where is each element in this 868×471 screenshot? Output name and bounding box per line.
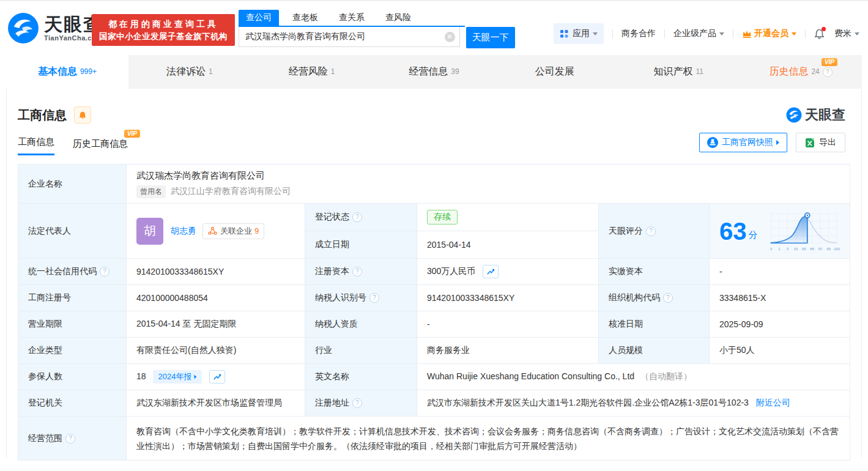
related-companies-badge[interactable]: 关联企业 9 — [202, 223, 264, 239]
table-row: 经营范围? 教育咨询（不含中小学文化类教育培训）；教学软件开发；计算机信息技术开… — [18, 417, 850, 461]
organization-code: 33348615-X — [719, 293, 766, 303]
taxpayer-id: 9142010033348615XY — [427, 293, 514, 303]
field-label: 天眼评分 — [609, 226, 643, 236]
help-icon[interactable]: ? — [65, 434, 75, 443]
promo-banner: 都在用的商业查询工具 国家中小企业发展子基金旗下机构 — [92, 14, 235, 46]
capital-trend-chart-icon[interactable] — [483, 265, 499, 278]
svg-text:99: 99 — [826, 247, 831, 250]
site-header: 天眼查 TianYanCha.com 都在用的商业查询工具 国家中小企业发展子基… — [0, 0, 868, 55]
business-scope: 教育咨询（不含中小学文化类教育培训）；教学软件开发；计算机信息技术开发、技术咨询… — [136, 424, 840, 453]
field-label: 注册地址 — [315, 398, 349, 407]
search-tab-company[interactable]: 查公司 — [239, 10, 279, 26]
svg-text:0: 0 — [770, 247, 772, 250]
approval-date: 2025-09-09 — [719, 319, 763, 329]
tab-basic-info[interactable]: 基本信息999+ — [6, 55, 128, 89]
svg-text:85: 85 — [810, 247, 814, 250]
taxpayer-quality: - — [427, 319, 430, 329]
table-row: 法定代表人 胡 胡志勇 关联企业 — [18, 204, 850, 231]
field-label: 实缴资本 — [609, 266, 643, 276]
chevron-down-icon — [855, 32, 859, 35]
field-label: 统一社会信用代码 — [28, 266, 97, 276]
former-name: 武汉江山学府教育咨询有限公司 — [171, 186, 291, 197]
auto-translate-note: （自动翻译） — [640, 371, 692, 381]
nearby-companies-link[interactable]: 附近公司 — [756, 398, 790, 407]
tab-operating-risk[interactable]: 经营风险1 — [251, 55, 373, 89]
notification-bell-icon[interactable] — [814, 29, 825, 39]
business-term: 2015-04-14 至 无固定期限 — [136, 319, 236, 328]
watermark-logo: 天眼查 — [786, 106, 845, 124]
registered-address: 武汉市东湖新技术开发区关山大道1号1.2期光谷软件园.企业公馆A2栋1-3层01… — [427, 398, 749, 407]
insured-trend-chart-icon[interactable] — [209, 370, 225, 384]
search-tab-risk[interactable]: 查风险 — [378, 10, 418, 26]
search-button[interactable]: 天眼一下 — [466, 27, 515, 48]
svg-text:50: 50 — [801, 247, 806, 250]
chevron-right-icon — [776, 140, 779, 145]
table-row: 营业期限 2015-04-14 至 无固定期限 纳税人资质 - 核准日期 202… — [18, 311, 850, 338]
business-info-section: 工商信息 天眼查 工商信息 历史工商信息 V — [6, 89, 862, 458]
field-label: 核准日期 — [609, 319, 643, 328]
nav-user[interactable]: 费米 — [834, 28, 859, 39]
divider — [612, 29, 613, 39]
table-row: 登记机关 武汉东湖新技术开发区市场监督管理局 注册地址? 武汉市东湖新技术开发区… — [18, 390, 850, 417]
subtab-history-business-info[interactable]: 历史工商信息 VIP — [73, 138, 128, 155]
help-icon[interactable]: ? — [352, 398, 362, 408]
main-tabbar: 基本信息999+ 法律诉讼1 经营风险1 经营信息39 公司发展 知识产权11 … — [6, 55, 862, 89]
establish-date: 2015-04-14 — [427, 240, 471, 250]
english-name: Wuhan Ruijie Xueshang Education Consulti… — [427, 371, 634, 381]
field-label: 纳税人识别号 — [315, 292, 366, 302]
notification-dot — [822, 27, 826, 31]
help-icon[interactable]: ? — [352, 267, 362, 276]
tab-legal-proceedings[interactable]: 法律诉讼1 — [128, 55, 251, 89]
official-snapshot-button[interactable]: 工商官网快照 — [699, 133, 787, 152]
nav-enterprise-products[interactable]: 企业级产品 — [673, 28, 724, 39]
help-icon[interactable]: ? — [646, 226, 656, 236]
header-nav: 应用 商务合作 企业级产品 开通会员 费米 — [554, 23, 859, 44]
legal-representative-link[interactable]: 胡志勇 — [171, 226, 196, 237]
tab-intellectual-property[interactable]: 知识产权11 — [617, 55, 740, 89]
subscribe-bell-icon[interactable] — [74, 106, 91, 124]
clear-search-icon[interactable]: ✕ — [445, 32, 455, 42]
tianyancha-logo[interactable]: 天眼查 TianYanCha.com — [7, 12, 103, 44]
former-name-badge: 曾用名 — [136, 185, 166, 198]
tab-history-info[interactable]: VIP 历史信息24 ? — [740, 55, 862, 89]
apps-grid-icon — [560, 29, 569, 39]
company-name: 武汉瑞杰学尚教育咨询有限公司 — [136, 170, 840, 182]
field-label: 登记机关 — [28, 398, 62, 407]
help-icon[interactable]: ? — [663, 293, 673, 303]
export-button[interactable]: 导出 — [796, 133, 845, 152]
annual-report-badge[interactable]: 2024年报 — [153, 370, 202, 384]
network-icon — [208, 226, 217, 236]
help-icon[interactable]: ? — [369, 293, 379, 303]
uscc-value: 9142010033348615XY — [136, 267, 224, 276]
svg-text:1: 1 — [778, 247, 781, 250]
excel-icon — [805, 138, 815, 148]
help-icon[interactable]: ? — [352, 212, 362, 222]
field-label: 营业期限 — [28, 319, 62, 328]
tab-company-development[interactable]: 公司发展 — [495, 55, 617, 89]
avatar[interactable]: 胡 — [136, 218, 163, 245]
search-input[interactable] — [239, 27, 460, 47]
tianyan-score-value: 63 — [719, 219, 747, 243]
company-type: 有限责任公司(自然人独资) — [136, 345, 236, 355]
stamp-icon — [707, 137, 718, 148]
registered-capital: 300万人民币 — [427, 266, 475, 276]
field-label: 工商注册号 — [28, 292, 71, 302]
field-label: 企业类型 — [28, 345, 62, 355]
search-tab-relation[interactable]: 查关系 — [332, 10, 372, 26]
field-label: 成立日期 — [315, 239, 349, 249]
tab-operating-info[interactable]: 经营信息39 — [373, 55, 495, 89]
promo-banner-line1: 都在用的商业查询工具 — [92, 17, 235, 31]
field-label: 人员规模 — [609, 345, 643, 355]
help-icon[interactable]: ? — [100, 267, 109, 276]
nav-open-vip[interactable]: 开通会员 — [742, 28, 796, 39]
field-label: 注册资本 — [315, 266, 349, 276]
search-tab-boss[interactable]: 查老板 — [285, 10, 325, 26]
svg-text:3: 3 — [786, 247, 788, 250]
nav-apps[interactable]: 应用 — [554, 23, 604, 44]
field-label: 组织机构代码 — [609, 292, 660, 302]
table-row: 工商注册号 420100000488054 纳税人识别号? 9142010033… — [18, 285, 850, 311]
nav-business-cooperation[interactable]: 商务合作 — [621, 28, 656, 39]
tianyancha-logo-icon — [7, 12, 39, 44]
subtab-business-info[interactable]: 工商信息 — [18, 136, 54, 155]
search-tabs: 查公司 查老板 查关系 查风险 — [239, 10, 465, 27]
